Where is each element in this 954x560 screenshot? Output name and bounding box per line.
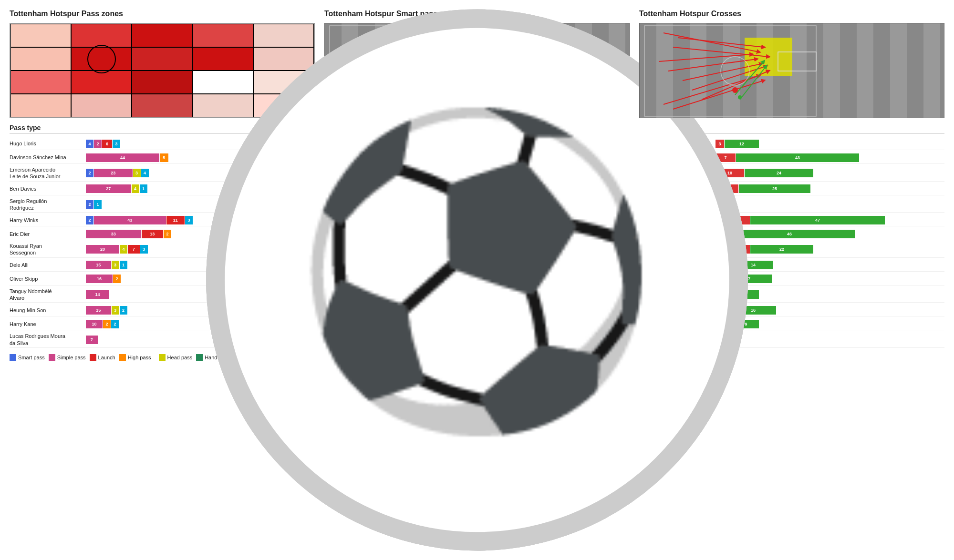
svg-point-32 <box>732 87 738 93</box>
crosses-pitch <box>639 23 944 118</box>
panel3-header: ⚽ Tottenham Hotspur Crosses <box>639 10 944 18</box>
crosses-svg <box>640 23 944 118</box>
main-container: ⚽ Tottenham Hotspur Pass zones <box>0 0 954 370</box>
svg-point-33 <box>738 95 742 99</box>
crosses-panel: ⚽ Tottenham Hotspur Crosses <box>639 10 944 361</box>
svg-text:⚽: ⚽ <box>290 93 664 448</box>
svg-line-29 <box>673 81 764 109</box>
svg-line-28 <box>664 76 759 104</box>
svg-line-24 <box>668 59 757 71</box>
svg-line-23 <box>659 54 752 61</box>
svg-line-26 <box>692 66 766 90</box>
